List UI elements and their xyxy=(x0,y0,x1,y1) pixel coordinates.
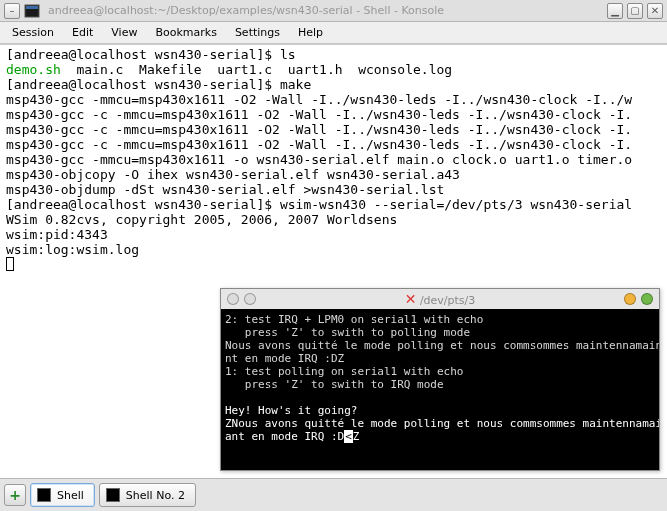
dash-icon: – xyxy=(10,5,15,16)
pts-dot-1[interactable] xyxy=(227,293,239,305)
minimize-icon: ▁ xyxy=(611,5,619,16)
pts-line: press 'Z' to swith to polling mode xyxy=(225,326,655,339)
term-line: wsim:log:wsim.log xyxy=(6,242,661,257)
menu-bookmarks[interactable]: Bookmarks xyxy=(147,24,224,41)
term-line: msp430-gcc -c -mmcu=msp430x1611 -O2 -Wal… xyxy=(6,122,661,137)
pts-text: Z xyxy=(353,430,360,443)
pts-window: ✕ /dev/pts/3 2: test IRQ + LPM0 on seria… xyxy=(220,288,660,471)
term-cursor-line xyxy=(6,257,661,274)
pts-cursor: < xyxy=(344,430,353,443)
menu-help[interactable]: Help xyxy=(290,24,331,41)
tab-label: Shell No. 2 xyxy=(126,489,185,502)
minimize-button[interactable]: ▁ xyxy=(607,3,623,19)
pts-zoom-dot[interactable] xyxy=(641,293,653,305)
pts-line: 1: test polling on serial1 with echo xyxy=(225,365,655,378)
term-line: msp430-objdump -dSt wsn430-serial.elf >w… xyxy=(6,182,661,197)
pts-minimize-dot[interactable] xyxy=(624,293,636,305)
menu-session[interactable]: Session xyxy=(4,24,62,41)
pts-line: Nous avons quitté le mode polling et nou… xyxy=(225,339,655,352)
window-title: andreea@localhost:~/Desktop/examples/wsn… xyxy=(44,4,603,17)
term-line: wsim:pid:4343 xyxy=(6,227,661,242)
file-executable: demo.sh xyxy=(6,62,61,77)
pts-line: press 'Z' to swith to IRQ mode xyxy=(225,378,655,391)
terminal-icon xyxy=(37,488,51,502)
cursor-icon xyxy=(6,257,14,271)
term-line: demo.sh main.c Makefile uart1.c uart1.h … xyxy=(6,62,661,77)
term-line: msp430-objcopy -O ihex wsn430-serial.elf… xyxy=(6,167,661,182)
tab-shell-2[interactable]: Shell No. 2 xyxy=(99,483,196,507)
menubar: Session Edit View Bookmarks Settings Hel… xyxy=(0,22,667,44)
pts-line: 2: test IRQ + LPM0 on serial1 with echo xyxy=(225,313,655,326)
menu-view[interactable]: View xyxy=(103,24,145,41)
term-line: [andreea@localhost wsn430-serial]$ wsim-… xyxy=(6,197,661,212)
menu-edit[interactable]: Edit xyxy=(64,24,101,41)
pts-title-left: ✕ /dev/pts/3 xyxy=(261,291,619,307)
menu-settings[interactable]: Settings xyxy=(227,24,288,41)
plus-icon: + xyxy=(9,487,21,503)
file-list: main.c Makefile uart1.c uart1.h wconsole… xyxy=(61,62,452,77)
pts-line-blank xyxy=(225,391,655,404)
tab-shell[interactable]: Shell xyxy=(30,483,95,507)
term-line: [andreea@localhost wsn430-serial]$ ls xyxy=(6,47,661,62)
tab-label: Shell xyxy=(57,489,84,502)
konsole-icon xyxy=(24,3,40,19)
pts-line: ant en mode IRQ :D<Z xyxy=(225,430,655,443)
pts-titlebar[interactable]: ✕ /dev/pts/3 xyxy=(221,289,659,309)
pts-line: ZNous avons quitté le mode polling et no… xyxy=(225,417,655,430)
pts-text: ant en mode IRQ :D xyxy=(225,430,344,443)
terminal-icon xyxy=(106,488,120,502)
pts-dot-2[interactable] xyxy=(244,293,256,305)
pts-line: Hey! How's it going? xyxy=(225,404,655,417)
term-line: WSim 0.82cvs, copyright 2005, 2006, 2007… xyxy=(6,212,661,227)
svg-rect-1 xyxy=(26,6,38,9)
pts-close-x-icon[interactable]: ✕ xyxy=(405,291,417,307)
window-titlebar: – andreea@localhost:~/Desktop/examples/w… xyxy=(0,0,667,22)
close-icon: ✕ xyxy=(651,5,659,16)
term-line: msp430-gcc -c -mmcu=msp430x1611 -O2 -Wal… xyxy=(6,137,661,152)
taskbar: + Shell Shell No. 2 xyxy=(0,478,667,511)
term-line: msp430-gcc -mmcu=msp430x1611 -O2 -Wall -… xyxy=(6,92,661,107)
close-button[interactable]: ✕ xyxy=(647,3,663,19)
window-menu-button[interactable]: – xyxy=(4,3,20,19)
term-line: [andreea@localhost wsn430-serial]$ make xyxy=(6,77,661,92)
pts-terminal[interactable]: 2: test IRQ + LPM0 on serial1 with echo … xyxy=(221,309,659,470)
term-line: msp430-gcc -mmcu=msp430x1611 -o wsn430-s… xyxy=(6,152,661,167)
new-tab-button[interactable]: + xyxy=(4,484,26,506)
pts-title-text: /dev/pts/3 xyxy=(420,294,475,307)
term-line: msp430-gcc -c -mmcu=msp430x1611 -O2 -Wal… xyxy=(6,107,661,122)
pts-line: nt en mode IRQ :DZ xyxy=(225,352,655,365)
maximize-icon: ▢ xyxy=(630,5,639,16)
maximize-button[interactable]: ▢ xyxy=(627,3,643,19)
